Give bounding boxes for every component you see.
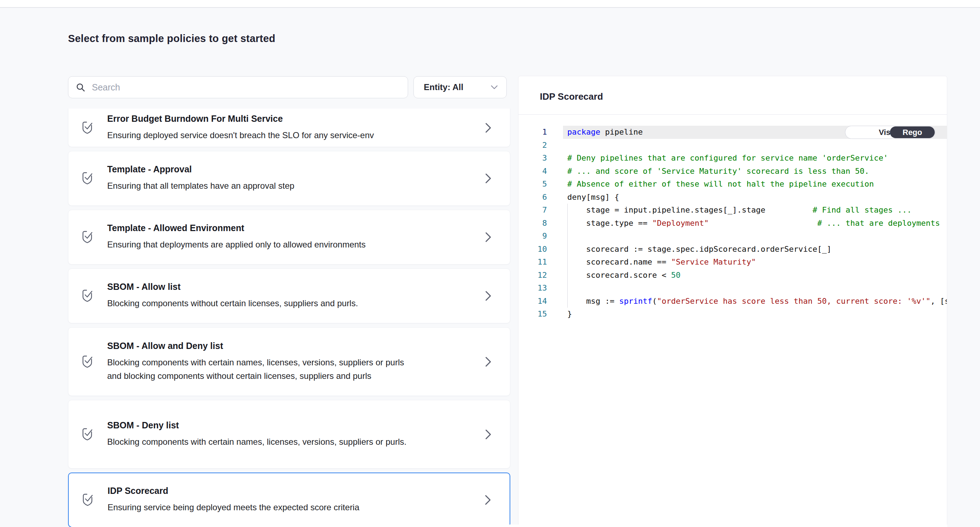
line-number: 9	[519, 230, 547, 243]
bottom-section-edge	[71, 524, 947, 527]
entity-filter-label: Entity: All	[424, 82, 490, 92]
code-line-content: msg := sprintf("orderService has score l…	[563, 295, 947, 308]
code-line-content: scorecard.score < 50	[563, 269, 947, 282]
code-line-content: stage.type == "Deployment" # ... that ar…	[563, 217, 947, 230]
policy-card-description: Ensuring deployed service doesn't breach…	[107, 129, 414, 142]
preview-title: IDP Scorecard	[540, 91, 603, 102]
code-line: 14 msg := sprintf("orderService has scor…	[519, 295, 947, 308]
line-number: 4	[519, 165, 547, 178]
policy-card-title: IDP Scorecard	[108, 486, 421, 496]
top-divider	[0, 0, 980, 8]
chevron-right-icon	[485, 173, 492, 184]
chevron-right-icon	[485, 232, 492, 242]
policy-card-description: Blocking components with certain names, …	[107, 435, 414, 449]
policy-shield-check-icon	[81, 289, 93, 303]
search-icon	[75, 82, 86, 92]
code-line: 7 stage = input.pipeline.stages[_].stage…	[519, 204, 947, 217]
code-line: 12 scorecard.score < 50	[519, 269, 947, 282]
code-line: 5# Absence of either of these will not h…	[519, 178, 947, 191]
policy-card-description: Ensuring service being deployed meets th…	[108, 501, 414, 514]
policy-card-text: Error Budget Burndown For Multi Service …	[107, 114, 420, 142]
policy-list: Error Budget Burndown For Multi Service …	[68, 108, 510, 527]
code-line-content: deny[msg] {	[563, 191, 947, 204]
code-editor[interactable]: 1package pipeline23# Deny pipelines that…	[519, 126, 947, 321]
code-lines: 1package pipeline23# Deny pipelines that…	[519, 126, 947, 321]
policy-shield-check-icon	[81, 171, 93, 186]
policy-card-description: Ensuring that all templates have an appr…	[107, 179, 414, 193]
line-number: 10	[519, 243, 547, 256]
policy-card-text: SBOM - Allow and Deny list Blocking comp…	[107, 341, 420, 383]
line-number: 6	[519, 191, 547, 204]
search-input[interactable]	[92, 82, 401, 92]
code-line: 15}	[519, 308, 947, 321]
indent-guide	[567, 204, 568, 308]
line-number: 3	[519, 152, 547, 165]
policy-shield-check-icon	[81, 427, 93, 441]
code-line: 2	[519, 139, 947, 152]
policy-shield-check-icon	[81, 121, 93, 135]
policy-card-description: Blocking components with certain names, …	[107, 356, 414, 383]
chevron-right-icon	[485, 495, 491, 505]
code-line-content: # Deny pipelines that are configured for…	[563, 152, 947, 165]
policy-card-description: Ensuring that deployments are applied on…	[107, 238, 414, 252]
policy-card-title: SBOM - Allow list	[107, 282, 420, 292]
policy-card[interactable]: Template - Approval Ensuring that all te…	[68, 151, 510, 206]
policy-shield-check-icon	[81, 230, 93, 244]
preview-divider	[519, 114, 947, 115]
search-box[interactable]	[68, 76, 408, 98]
code-line-content	[563, 282, 947, 295]
chevron-right-icon	[485, 357, 492, 367]
code-line: 9	[519, 230, 947, 243]
line-number: 11	[519, 256, 547, 269]
policy-card-title: Error Budget Burndown For Multi Service	[107, 114, 420, 124]
code-line: 4# ... and score of 'Service Maturity' s…	[519, 165, 947, 178]
policy-card-text: IDP Scorecard Ensuring service being dep…	[108, 486, 421, 514]
view-mode-toggle: Visual Rego	[845, 126, 935, 139]
policy-card-title: Template - Approval	[107, 164, 420, 175]
line-number: 14	[519, 295, 547, 308]
policy-card[interactable]: Template - Allowed Environment Ensuring …	[68, 210, 510, 264]
code-line: 6deny[msg] {	[519, 191, 947, 204]
policy-preview-panel: IDP Scorecard 1package pipeline23# Deny …	[518, 76, 947, 527]
code-line: 13	[519, 282, 947, 295]
policy-card[interactable]: IDP Scorecard Ensuring service being dep…	[68, 473, 510, 527]
code-line: 10 scorecard := stage.spec.idpScorecard.…	[519, 243, 947, 256]
line-number: 2	[519, 139, 547, 152]
line-number: 15	[519, 308, 547, 321]
code-line: 11 scorecard.name == "Service Maturity"	[519, 256, 947, 269]
policy-card-text: SBOM - Allow list Blocking components wi…	[107, 282, 420, 310]
policy-shield-check-icon	[81, 355, 93, 369]
policy-card-text: Template - Allowed Environment Ensuring …	[107, 223, 420, 252]
code-line-content: scorecard := stage.spec.idpScorecard.ord…	[563, 243, 947, 256]
policy-card-title: Template - Allowed Environment	[107, 223, 420, 233]
policy-card[interactable]: Error Budget Burndown For Multi Service …	[68, 108, 510, 147]
line-number: 8	[519, 217, 547, 230]
code-line-content	[563, 139, 947, 152]
policy-card-text: SBOM - Deny list Blocking components wit…	[107, 420, 420, 449]
code-line-content: }	[563, 308, 947, 321]
chevron-right-icon	[485, 429, 492, 440]
page-title: Select from sample policies to get start…	[68, 33, 275, 45]
code-line-content: # ... and score of 'Service Maturity' sc…	[563, 165, 947, 178]
code-line: 3# Deny pipelines that are configured fo…	[519, 152, 947, 165]
line-number: 1	[519, 126, 547, 139]
code-line-content: scorecard.name == "Service Maturity"	[563, 256, 947, 269]
line-number: 5	[519, 178, 547, 191]
policy-card-title: SBOM - Allow and Deny list	[107, 341, 420, 351]
policy-card[interactable]: SBOM - Deny list Blocking components wit…	[68, 400, 510, 469]
line-number: 12	[519, 269, 547, 282]
line-number: 13	[519, 282, 547, 295]
code-line-content: # Absence of either of these will not ha…	[563, 178, 947, 191]
chevron-down-icon	[490, 84, 498, 90]
code-line-content	[563, 230, 947, 243]
line-number: 7	[519, 204, 547, 217]
policy-card[interactable]: SBOM - Allow list Blocking components wi…	[68, 269, 510, 323]
toggle-rego-button[interactable]: Rego	[890, 126, 935, 138]
policy-card-description: Blocking components without certain lice…	[107, 297, 414, 310]
entity-filter-dropdown[interactable]: Entity: All	[414, 76, 507, 98]
code-line-content: stage = input.pipeline.stages[_].stage #…	[563, 204, 947, 217]
policy-card[interactable]: SBOM - Allow and Deny list Blocking comp…	[68, 327, 510, 396]
policy-shield-check-icon	[82, 493, 93, 507]
chevron-right-icon	[485, 123, 492, 133]
chevron-right-icon	[485, 291, 492, 301]
